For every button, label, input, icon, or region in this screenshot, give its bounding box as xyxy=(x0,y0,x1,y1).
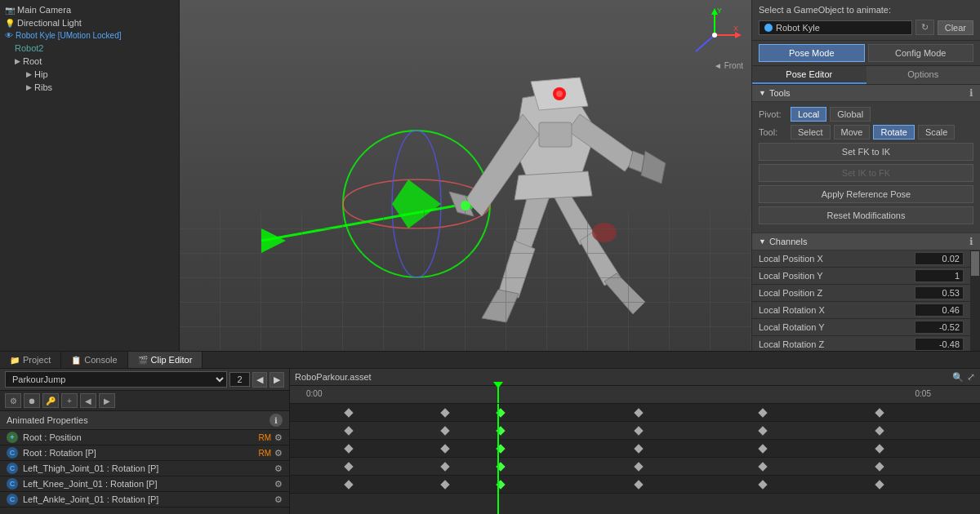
timeline-playhead-marker[interactable] xyxy=(497,386,499,403)
hierarchy-item-root[interactable]: ▶ Root xyxy=(0,55,179,68)
clip-editor-icon: 🎬 xyxy=(138,356,148,365)
bottom-area: 📁 Project 📋 Console 🎬 Clip Editor Parkou… xyxy=(0,351,980,514)
keyframe-diamond[interactable] xyxy=(758,462,767,471)
keyframe-diamond[interactable] xyxy=(634,480,643,489)
channel-val-local-pos-y[interactable] xyxy=(915,269,964,282)
keyframe-diamond[interactable] xyxy=(344,462,353,471)
left-ankle-gear-icon[interactable]: ⚙ xyxy=(274,494,283,505)
anim-record-button[interactable]: ⏺ xyxy=(24,393,40,408)
hierarchy-item-directional-light[interactable]: 💡 Directional Light xyxy=(0,16,179,29)
keyframe-diamond[interactable] xyxy=(634,462,643,471)
hierarchy-item-hip[interactable]: ▶ Hip xyxy=(0,68,179,81)
settings-gear-button[interactable]: ⚙ xyxy=(5,393,21,408)
anim-back-button[interactable]: ◀ xyxy=(80,393,96,408)
rotate-tool-button[interactable]: Rotate xyxy=(873,125,914,140)
apply-ref-pose-button[interactable]: Apply Reference Pose xyxy=(759,185,973,203)
root-pos-gear-icon[interactable]: ⚙ xyxy=(274,432,283,443)
anim-prop-root-rotation[interactable]: C Root : Rotation [P] RM ⚙ xyxy=(0,445,289,461)
anim-prop-left-thigh[interactable]: C Left_Thigh_Joint_01 : Rotation [P] ⚙ xyxy=(0,461,289,476)
anim-prop-left-ankle[interactable]: C Left_Ankle_Joint_01 : Rotation [P] ⚙ xyxy=(0,492,289,507)
timeline-track-1[interactable] xyxy=(290,422,980,440)
scale-tool-button[interactable]: Scale xyxy=(918,125,956,140)
keyframe-diamond[interactable] xyxy=(344,426,353,435)
timeline-track-3[interactable] xyxy=(290,458,980,476)
anim-forward-button[interactable]: ▶ xyxy=(99,393,115,408)
root-pos-tag: RM xyxy=(258,433,271,442)
hierarchy-item-robot-kyle[interactable]: 👁 Robot Kyle [UMotion Locked] xyxy=(0,29,179,42)
move-tool-button[interactable]: Move xyxy=(834,125,871,140)
anim-prop-left-knee[interactable]: C Left_Knee_Joint_01 : Rotation [P] ⚙ xyxy=(0,476,289,492)
left-knee-gear-icon[interactable]: ⚙ xyxy=(274,479,283,490)
pose-mode-button[interactable]: Pose Mode xyxy=(759,44,865,62)
root-rot-gear-icon[interactable]: ⚙ xyxy=(274,448,283,459)
anim-key-button[interactable]: 🔑 xyxy=(42,393,59,408)
keyframe-diamond[interactable] xyxy=(875,480,884,489)
search-icon[interactable]: 🔍 xyxy=(952,372,964,383)
timeline-track-4[interactable] xyxy=(290,476,980,494)
set-fk-ik-button[interactable]: Set FK to IK xyxy=(759,143,973,161)
tab-project[interactable]: 📁 Project xyxy=(0,352,61,368)
left-thigh-gear-icon[interactable]: ⚙ xyxy=(274,463,283,474)
anim-prop-root-position[interactable]: + Root : Position RM ⚙ xyxy=(0,430,289,445)
hierarchy-item-main-camera[interactable]: 📷 Main Camera xyxy=(0,3,179,16)
keyframe-diamond[interactable] xyxy=(758,426,767,435)
local-button[interactable]: Local xyxy=(791,107,826,122)
keyframe-diamond[interactable] xyxy=(758,480,767,489)
keyframe-diamond[interactable] xyxy=(875,444,884,453)
tools-info-icon[interactable]: ℹ xyxy=(969,87,973,99)
set-ik-fk-button[interactable]: Set IK to FK xyxy=(759,164,973,182)
scene-gizmo[interactable]: Y X ◄ Front xyxy=(686,7,743,72)
keyframe-diamond[interactable] xyxy=(344,444,353,453)
keyframe-diamond[interactable] xyxy=(440,408,449,417)
keyframe-diamond[interactable] xyxy=(634,444,643,453)
timeline-track-0[interactable] xyxy=(290,404,980,422)
keyframe-diamond[interactable] xyxy=(344,480,353,489)
keyframe-diamond[interactable] xyxy=(344,408,353,417)
config-mode-button[interactable]: Config Mode xyxy=(868,44,974,62)
keyframe-diamond[interactable] xyxy=(875,426,884,435)
timeline-track-2[interactable] xyxy=(290,440,980,458)
tab-options[interactable]: Options xyxy=(866,66,981,84)
channel-val-local-rot-y[interactable] xyxy=(915,321,964,334)
hierarchy-item-ribs[interactable]: ▶ Ribs xyxy=(0,81,179,94)
timeline-ruler[interactable]: 0:00 0:05 xyxy=(290,386,980,404)
keyframe-diamond[interactable] xyxy=(758,444,767,453)
global-button[interactable]: Global xyxy=(830,107,871,122)
maximize-icon[interactable]: ⤢ xyxy=(967,371,975,383)
clip-select[interactable]: ParkourJump xyxy=(5,371,227,388)
keyframe-diamond[interactable] xyxy=(758,408,767,417)
channel-val-local-rot-x[interactable] xyxy=(915,304,964,317)
clear-button[interactable]: Clear xyxy=(938,20,973,35)
reset-modifications-button[interactable]: Reset Modifications xyxy=(759,206,973,224)
channel-val-local-pos-z[interactable] xyxy=(915,286,964,299)
channels-scroll-thumb[interactable] xyxy=(971,251,979,276)
tab-clip-editor[interactable]: 🎬 Clip Editor xyxy=(128,352,203,368)
channels-info-icon[interactable]: ℹ xyxy=(969,236,973,247)
keyframe-diamond[interactable] xyxy=(440,426,449,435)
keyframe-diamond[interactable] xyxy=(875,462,884,471)
clip-num-input[interactable] xyxy=(229,372,250,387)
hierarchy-item-robot2[interactable]: Robot2 xyxy=(0,42,179,55)
anim-add-button[interactable]: + xyxy=(61,393,78,408)
gameobj-field[interactable]: Robot Kyle xyxy=(759,20,912,35)
keyframe-diamond[interactable] xyxy=(875,408,884,417)
refresh-button[interactable]: ↻ xyxy=(915,20,934,35)
channels-scrollbar[interactable] xyxy=(970,250,980,351)
keyframe-diamond[interactable] xyxy=(634,408,643,417)
channels-section-header: ▼ Channels ℹ xyxy=(752,233,980,250)
channel-val-local-pos-x[interactable] xyxy=(915,252,964,265)
keyframe-diamond[interactable] xyxy=(440,480,449,489)
channel-val-local-rot-z[interactable] xyxy=(915,338,964,351)
keyframe-diamond[interactable] xyxy=(440,462,449,471)
anim-props-info-button[interactable]: ℹ xyxy=(270,414,283,427)
right-panel: Select a GameObject to animate: Robot Ky… xyxy=(751,0,980,351)
anim-prev-button[interactable]: ◀ xyxy=(252,372,267,388)
tab-pose-editor[interactable]: Pose Editor xyxy=(752,66,866,84)
select-tool-button[interactable]: Select xyxy=(791,125,831,140)
viewport[interactable]: Y X ◄ Front xyxy=(180,0,751,351)
anim-next-button[interactable]: ▶ xyxy=(270,372,284,388)
svg-marker-15 xyxy=(498,241,535,298)
keyframe-diamond[interactable] xyxy=(440,444,449,453)
tab-console[interactable]: 📋 Console xyxy=(61,352,127,368)
keyframe-diamond[interactable] xyxy=(634,426,643,435)
